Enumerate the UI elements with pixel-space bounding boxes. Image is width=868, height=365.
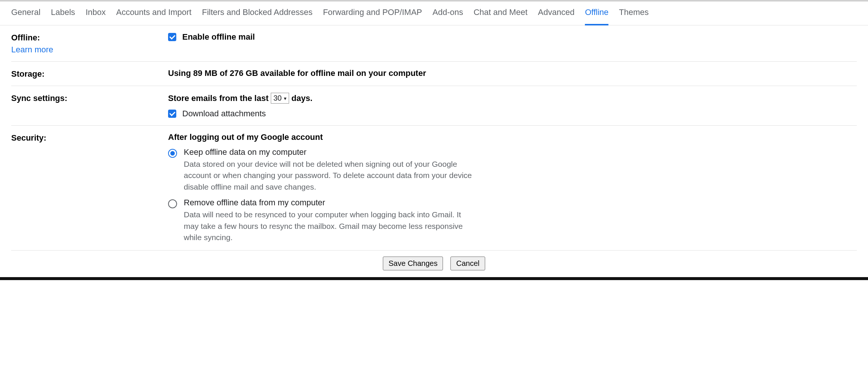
row-security-label: Security: xyxy=(11,132,168,143)
tab-forwarding-and-pop-imap[interactable]: Forwarding and POP/IMAP xyxy=(323,7,422,25)
tab-filters-and-blocked-addresses[interactable]: Filters and Blocked Addresses xyxy=(202,7,313,25)
store-days-value: 30 xyxy=(273,94,282,102)
row-sync-label: Sync settings: xyxy=(11,93,168,103)
row-storage-label: Storage: xyxy=(11,68,168,79)
enable-offline-label: Enable offline mail xyxy=(182,32,255,42)
tab-labels[interactable]: Labels xyxy=(51,7,75,25)
offline-label-text: Offline: xyxy=(11,33,40,42)
tab-chat-and-meet[interactable]: Chat and Meet xyxy=(474,7,527,25)
download-attachments-option: Download attachments xyxy=(168,109,857,119)
row-security: Security: After logging out of my Google… xyxy=(11,126,857,251)
sync-label-text: Sync settings: xyxy=(11,93,67,103)
row-storage: Storage: Using 89 MB of 276 GB available… xyxy=(11,62,857,86)
footer-buttons: Save Changes Cancel xyxy=(11,251,857,277)
remove-data-radio[interactable] xyxy=(168,199,177,208)
tab-inbox[interactable]: Inbox xyxy=(86,7,106,25)
row-offline-body: Enable offline mail xyxy=(168,32,857,42)
save-changes-button[interactable]: Save Changes xyxy=(383,257,443,270)
tab-offline[interactable]: Offline xyxy=(585,7,608,25)
window-bottom-border xyxy=(0,277,868,280)
download-attachments-checkbox[interactable] xyxy=(168,110,176,118)
keep-data-title: Keep offline data on my computer xyxy=(184,147,475,157)
tab-add-ons[interactable]: Add-ons xyxy=(433,7,463,25)
tab-themes[interactable]: Themes xyxy=(619,7,648,25)
row-sync-body: Store emails from the last 30 ▾ days. Do… xyxy=(168,93,857,119)
enable-offline-option: Enable offline mail xyxy=(168,32,857,42)
chevron-down-icon: ▾ xyxy=(284,95,286,101)
security-label-text: Security: xyxy=(11,133,46,142)
tab-general[interactable]: General xyxy=(11,7,40,25)
keep-data-desc: Data stored on your device will not be d… xyxy=(184,159,475,193)
store-days-select[interactable]: 30 ▾ xyxy=(271,93,289,104)
security-heading: After logging out of my Google account xyxy=(168,132,857,142)
enable-offline-checkbox[interactable] xyxy=(168,33,176,41)
row-offline-label: Offline: Learn more xyxy=(11,32,168,55)
download-attachments-label: Download attachments xyxy=(182,109,266,119)
cancel-button[interactable]: Cancel xyxy=(450,257,485,270)
tab-accounts-and-import[interactable]: Accounts and Import xyxy=(116,7,192,25)
store-emails-suffix: days. xyxy=(291,93,312,103)
store-emails-line: Store emails from the last 30 ▾ days. xyxy=(168,93,857,104)
remove-data-desc: Data will need to be resynced to your co… xyxy=(184,209,475,243)
row-security-body: After logging out of my Google account K… xyxy=(168,132,857,243)
keep-data-text: Keep offline data on my computer Data st… xyxy=(184,147,475,193)
settings-panel: Offline: Learn more Enable offline mail … xyxy=(0,25,868,277)
security-option-keep: Keep offline data on my computer Data st… xyxy=(168,147,504,193)
storage-label-text: Storage: xyxy=(11,69,44,79)
settings-tab-bar: GeneralLabelsInboxAccounts and ImportFil… xyxy=(0,1,868,25)
storage-usage-text: Using 89 MB of 276 GB available for offl… xyxy=(168,68,426,78)
store-emails-prefix: Store emails from the last xyxy=(168,93,269,103)
row-storage-body: Using 89 MB of 276 GB available for offl… xyxy=(168,68,857,78)
remove-data-title: Remove offline data from my computer xyxy=(184,198,475,208)
tab-advanced[interactable]: Advanced xyxy=(538,7,574,25)
remove-data-text: Remove offline data from my computer Dat… xyxy=(184,198,475,243)
row-offline: Offline: Learn more Enable offline mail xyxy=(11,25,857,62)
keep-data-radio[interactable] xyxy=(168,149,177,158)
learn-more-link[interactable]: Learn more xyxy=(11,45,168,55)
security-option-remove: Remove offline data from my computer Dat… xyxy=(168,198,504,243)
row-sync: Sync settings: Store emails from the las… xyxy=(11,86,857,126)
